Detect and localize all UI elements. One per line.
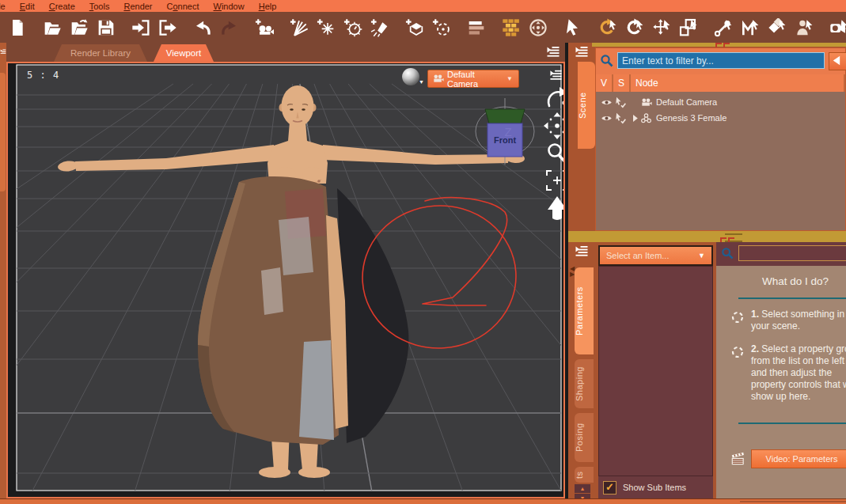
camera-node-icon[interactable] bbox=[640, 97, 652, 108]
parameters-pane-menu-icon[interactable] bbox=[575, 244, 589, 258]
undo-icon[interactable] bbox=[193, 18, 212, 37]
create-null-icon[interactable] bbox=[432, 18, 451, 37]
tree-row-default-camera[interactable]: Default Camera bbox=[596, 95, 845, 111]
video-parameters-button[interactable]: Video: Parameters bbox=[751, 449, 846, 468]
align-icon[interactable] bbox=[467, 18, 486, 37]
tab-render-library[interactable]: Render Library bbox=[54, 44, 147, 62]
left-pane-menu-icon[interactable] bbox=[0, 45, 6, 58]
viewport-options-icon[interactable] bbox=[549, 68, 563, 81]
save-icon[interactable] bbox=[97, 18, 116, 37]
create-primitive-icon[interactable] bbox=[405, 18, 424, 37]
viewport-canvas[interactable]: Z Front bbox=[6, 62, 565, 498]
help-step-text: 1. Select something in your scene. bbox=[751, 309, 846, 332]
menu-edit[interactable]: Edit bbox=[20, 2, 35, 11]
filter-back-button[interactable] bbox=[829, 52, 846, 70]
left-dock-tab[interactable] bbox=[0, 73, 6, 191]
node-selection-cursor-icon[interactable] bbox=[563, 18, 582, 37]
new-file-icon[interactable] bbox=[8, 18, 27, 37]
visibility-eye-icon[interactable] bbox=[601, 97, 613, 108]
help-step-text: 2. Select a property group from the list… bbox=[751, 343, 846, 403]
open-file-icon[interactable] bbox=[43, 18, 62, 37]
parameters-header bbox=[716, 242, 846, 266]
main-toolbar bbox=[0, 12, 846, 43]
item-selector-dropdown[interactable]: Select an Item... ▼ bbox=[598, 245, 713, 266]
camera-selector-button[interactable]: Default Camera ▼ bbox=[427, 70, 519, 88]
scene-pane-menu-icon[interactable] bbox=[575, 44, 589, 59]
spinner-icon bbox=[730, 310, 745, 324]
geometry-editor-icon[interactable] bbox=[741, 18, 760, 37]
bottom-handle[interactable] bbox=[740, 501, 846, 502]
figure-selection-icon[interactable] bbox=[795, 18, 814, 37]
joint-orb-icon[interactable] bbox=[529, 18, 548, 37]
tab-ts[interactable]: ts bbox=[575, 467, 594, 483]
tab-viewport[interactable]: Viewport bbox=[154, 44, 214, 62]
viewport-layout-icon[interactable] bbox=[502, 18, 521, 37]
tree-row-genesis-3-female[interactable]: Genesis 3 Female bbox=[596, 111, 845, 127]
show-sub-items-checkbox[interactable]: ✓ bbox=[603, 481, 616, 495]
film-slate-icon bbox=[729, 451, 747, 467]
scene-3d-view[interactable]: Z Front bbox=[8, 63, 563, 497]
column-header-node[interactable]: Node bbox=[631, 74, 845, 92]
scene-panel-body: VSNode Default CameraGenesis 3 Female bbox=[595, 47, 846, 231]
camera-selector-label: Default Camera bbox=[447, 70, 506, 89]
create-sphere-light-icon[interactable] bbox=[343, 18, 362, 37]
column-header-s[interactable]: S bbox=[613, 74, 631, 92]
menu-create[interactable]: Create bbox=[49, 2, 75, 11]
viewport-tab-bar: ViewportRender Library bbox=[6, 43, 565, 62]
tab-scroll-up-button[interactable]: ▲ bbox=[575, 484, 590, 493]
rotate-tool-icon[interactable] bbox=[625, 18, 644, 37]
view-cube-front-label[interactable]: Front bbox=[494, 135, 516, 145]
export-icon[interactable] bbox=[158, 18, 177, 37]
expand-arrow-icon[interactable] bbox=[629, 112, 641, 124]
menu-help[interactable]: Help bbox=[259, 2, 277, 11]
visibility-eye-icon[interactable] bbox=[601, 112, 613, 124]
property-group-list[interactable] bbox=[598, 266, 713, 476]
spinner-icon bbox=[730, 345, 745, 359]
surface-selection-icon[interactable] bbox=[768, 18, 787, 37]
tab-scene[interactable]: Scene bbox=[578, 62, 595, 149]
scene-column-header[interactable]: VSNode bbox=[596, 74, 845, 92]
drawstyle-caret-icon[interactable]: ▼ bbox=[419, 79, 424, 85]
menu-window[interactable]: Window bbox=[214, 2, 245, 11]
column-header-v[interactable]: V bbox=[596, 74, 613, 92]
tab-posing[interactable]: Posing bbox=[575, 413, 594, 462]
aspect-ratio-label: 5 : 4 bbox=[27, 70, 59, 81]
node-label: Default Camera bbox=[656, 97, 717, 107]
menu-file[interactable]: File bbox=[0, 2, 6, 11]
figure-node-icon[interactable] bbox=[640, 112, 652, 124]
divider bbox=[738, 423, 846, 424]
create-point-light-icon[interactable] bbox=[317, 18, 336, 37]
viewport-pane-menu-icon[interactable] bbox=[546, 44, 560, 59]
divider bbox=[738, 297, 846, 299]
menu-connect[interactable]: Connect bbox=[167, 2, 199, 11]
tab-parameters[interactable]: Parameters bbox=[575, 267, 594, 354]
redo-icon[interactable] bbox=[220, 18, 239, 37]
drawstyle-sphere-icon[interactable] bbox=[402, 68, 419, 85]
daz-studio-window: FileEditCreateToolsRenderConnectWindowHe… bbox=[0, 0, 846, 504]
spot-render-camera-icon[interactable] bbox=[829, 18, 846, 37]
scale-tool-icon[interactable] bbox=[679, 18, 698, 37]
joint-editor-bone-icon[interactable] bbox=[714, 18, 733, 37]
translate-tool-icon[interactable] bbox=[652, 18, 671, 37]
menu-render[interactable]: Render bbox=[123, 2, 152, 11]
parameters-filter-input[interactable] bbox=[738, 245, 846, 261]
selectable-icon[interactable] bbox=[615, 112, 627, 124]
pane-splitter[interactable] bbox=[568, 231, 846, 242]
chevron-down-icon: ▼ bbox=[506, 75, 513, 82]
left-dock-strip[interactable] bbox=[0, 43, 6, 498]
create-camera-icon[interactable] bbox=[255, 18, 274, 37]
menu-tools[interactable]: Tools bbox=[89, 2, 110, 11]
tab-shaping[interactable]: Shaping bbox=[575, 359, 594, 408]
selectable-icon[interactable] bbox=[615, 97, 627, 108]
arrow-left-icon bbox=[829, 53, 846, 68]
show-sub-items-label: Show Sub Items bbox=[623, 483, 686, 492]
show-sub-items-row: ✓ Show Sub Items bbox=[598, 476, 713, 498]
create-spotlight-icon[interactable] bbox=[370, 18, 389, 37]
active-pose-rotate-icon[interactable] bbox=[598, 18, 617, 37]
scene-pane: Scene VSNode Default CameraGenesis 3 Fem… bbox=[568, 43, 846, 231]
node-label: Genesis 3 Female bbox=[656, 113, 726, 123]
import-icon[interactable] bbox=[131, 18, 150, 37]
create-distant-light-icon[interactable] bbox=[290, 18, 309, 37]
open-recent-icon[interactable] bbox=[70, 18, 89, 37]
scene-filter-input[interactable] bbox=[617, 52, 825, 69]
